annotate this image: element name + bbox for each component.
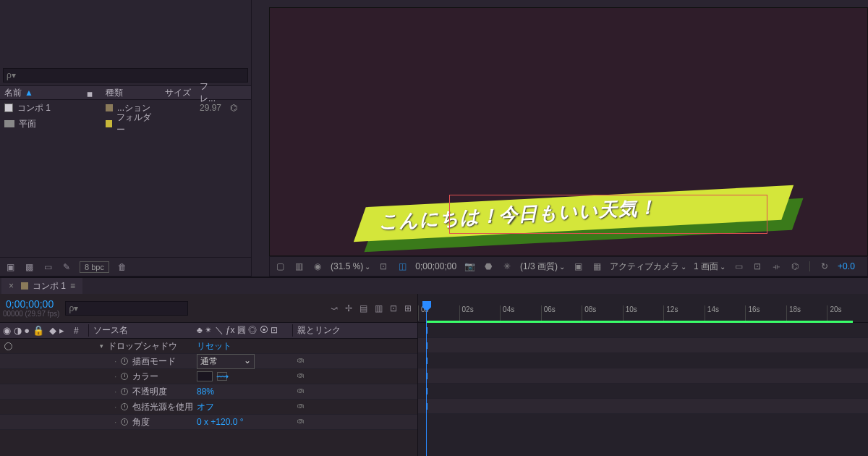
work-area-bar[interactable] [426,321,853,323]
property-label: 角度 [132,416,150,428]
visibility-toggle-icon[interactable] [4,342,12,350]
pixel-aspect-icon[interactable]: ▭ [733,261,744,271]
flowchart-icon[interactable]: ⌬ [230,103,237,113]
parent-link-header[interactable]: 親とリンク [292,324,341,337]
reset-button[interactable]: リセット [197,340,231,352]
track-row[interactable] [418,323,868,338]
frame-blend-icon[interactable]: ▤ [359,303,367,313]
color-depth-button[interactable]: 8 bpc [80,261,109,273]
time-ruler[interactable]: 0s 02s 04s 06s 08s 10s 12s 14s 16s 18s 2… [418,294,868,323]
toggle-transparency-icon[interactable]: ▣ [572,261,584,271]
col-tag-header[interactable]: ◆ [83,85,98,100]
source-name-header[interactable]: ソース名 [88,324,197,337]
playhead-icon[interactable] [422,301,431,311]
eyedropper-icon[interactable]: ⟿ [217,372,227,381]
composition-preview[interactable]: こんにちは！今日もいい天気！ [269,7,868,256]
graph-editor-icon[interactable]: ⊡ [390,303,397,313]
magnify-icon[interactable]: ▢ [274,261,286,271]
tick: 12s [663,305,705,321]
color-mgmt-icon[interactable]: ✳ [501,261,513,271]
current-frame-info: 00000 (29.97 fps) [3,310,59,318]
motion-blur-icon[interactable]: ▥ [375,303,383,313]
shy-toggle-icon[interactable]: ⤻ [331,303,338,313]
quality-dropdown[interactable]: (1/3 画質) [520,261,565,273]
views-dropdown[interactable]: 1 画面 [694,261,726,273]
project-item-name: コンポ 1 [17,102,51,114]
col-name-header[interactable]: 名前 [4,87,22,99]
color-swatch[interactable] [197,371,213,381]
zoom-dropdown[interactable]: (31.5 %) [331,261,370,271]
property-row[interactable]: ·不透明度 88% ෧ [0,384,417,400]
stopwatch-icon[interactable] [121,388,128,395]
draft3d-icon[interactable]: ✢ [345,303,352,313]
close-tab-icon[interactable]: × [9,281,14,291]
col-size-header[interactable]: サイズ [165,87,191,99]
effect-group-row[interactable]: ▾ドロップシャドウ リセット [0,339,417,354]
render-queue-icon[interactable]: ⊞ [404,303,412,313]
snapshot-icon[interactable]: 📷 [464,261,475,271]
timeline-tracks[interactable]: 0s 02s 04s 06s 08s 10s 12s 14s 16s 18s 2… [418,294,868,456]
stopwatch-icon[interactable] [121,358,128,365]
project-item-type: フォルダー [116,111,156,136]
tick: 06s [541,305,582,321]
composition-icon [4,104,13,112]
timeline-panel: × コンポ 1 ≡ 0;00;00;00 00000 (29.97 fps) ρ… [0,276,868,456]
stopwatch-icon[interactable] [121,373,128,380]
property-row[interactable]: ·包括光源を使用 オフ ෧ [0,400,417,415]
mask-icon[interactable]: ◉ [312,261,323,271]
grid-icon[interactable]: ▥ [293,261,305,271]
new-folder-icon[interactable]: ▭ [42,262,54,272]
exposure-reset-icon[interactable]: ↻ [819,261,830,271]
channel-icon[interactable]: ⬣ [482,261,494,271]
3d-view-icon[interactable]: ▦ [591,261,603,271]
link-icon[interactable]: ෧ [297,356,306,366]
project-settings-icon[interactable]: ✎ [61,262,72,272]
track-row[interactable] [418,338,868,353]
project-columns-header[interactable]: 名前 ▲ ◆ 種類 サイズ フレ... [0,85,251,100]
col-type-header[interactable]: 種類 [106,87,156,99]
project-row[interactable]: 平面 フォルダー [0,116,251,132]
property-row[interactable]: ·角度 0 x +120.0 ° ෧ [0,415,417,430]
link-icon[interactable]: ෧ [297,402,306,412]
property-value[interactable]: 88% [197,387,214,397]
new-comp-icon[interactable]: ▩ [23,262,35,272]
project-item-name: 平面 [19,118,36,130]
link-icon[interactable]: ෧ [297,371,306,381]
exposure-value[interactable]: +0.0 [838,261,855,271]
track-row[interactable] [418,368,868,384]
timeline-search-input[interactable]: ρ▾ [65,301,188,316]
tick: 20s [827,305,868,321]
flowchart-nav-icon[interactable]: ⌬ [789,261,801,271]
link-icon[interactable]: ෧ [297,387,306,397]
tick: 04s [500,305,541,321]
property-value[interactable]: オフ [197,401,214,413]
current-timecode[interactable]: 0;00;00;00 [6,298,59,310]
camera-dropdown[interactable]: アクティブカメラ [610,261,686,273]
link-icon[interactable]: ෧ [297,417,306,427]
stopwatch-icon[interactable] [121,418,128,426]
chevron-down-icon[interactable]: ▾ [100,342,103,350]
stopwatch-icon[interactable] [121,403,128,410]
project-item-framerate: 29.97 [200,103,221,113]
track-row[interactable] [418,399,868,414]
composition-viewer: こんにちは！今日もいい天気！ ▢ ▥ ◉ (31.5 %) ⊡ ◫ 0;00;0… [269,0,868,276]
preview-timecode[interactable]: 0;00;00;00 [415,261,456,271]
track-row[interactable] [418,384,868,399]
timeline-icon[interactable]: ⟛ [770,261,782,271]
timeline-tab[interactable]: × コンポ 1 ≡ [1,278,82,295]
interpret-footage-icon[interactable]: ▣ [4,262,16,272]
property-label: 不透明度 [132,386,167,398]
property-value[interactable]: 0 x +120.0 ° [197,417,244,427]
fast-preview-icon[interactable]: ⊡ [752,261,763,271]
resolution-icon[interactable]: ⊡ [378,261,389,271]
property-label: カラー [132,371,158,383]
property-row[interactable]: ·カラー ⟿ ෧ [0,369,417,384]
roi-icon[interactable]: ◫ [396,261,408,271]
track-row[interactable] [418,353,868,368]
property-row[interactable]: ·描画モード 通常⌄ ෧ [0,354,417,369]
property-label: 描画モード [132,355,176,368]
playhead[interactable] [422,294,431,456]
blend-mode-dropdown[interactable]: 通常⌄ [197,354,255,369]
trash-icon[interactable]: 🗑 [116,262,128,272]
label-swatch [106,120,112,127]
